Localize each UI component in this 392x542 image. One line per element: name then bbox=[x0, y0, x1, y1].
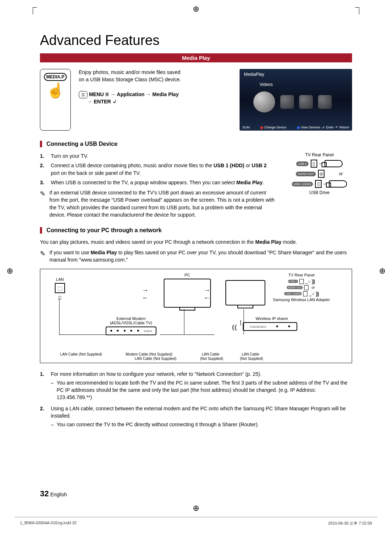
remote-illustration: MEDIA.P ☝ bbox=[40, 69, 71, 131]
pc-intro: You can play pictures, music and videos … bbox=[40, 239, 352, 246]
cable-line bbox=[244, 309, 244, 334]
screenshot-subtitle: Videos bbox=[260, 82, 273, 87]
usb-drive-icon bbox=[324, 160, 343, 167]
audio-port-icon: ◎ bbox=[318, 170, 324, 178]
trim-line bbox=[15, 517, 377, 517]
cable-line bbox=[160, 334, 215, 335]
plug-icon: ⎯⊐ bbox=[305, 279, 310, 284]
usb-note: ✎ If an external USB device connected to… bbox=[40, 189, 276, 218]
crop-mark-icon: ⊕ bbox=[193, 504, 199, 513]
subheading-usb: Connecting a USB Device bbox=[40, 141, 352, 147]
wifi-icon: ))) bbox=[315, 291, 318, 297]
video-reel-icon bbox=[253, 91, 275, 112]
usb-port-icon: ▯ bbox=[315, 180, 322, 188]
photo-icon bbox=[299, 95, 313, 109]
tv-monitor-icon bbox=[225, 280, 265, 305]
plug-icon: ⎍ bbox=[55, 295, 65, 301]
d-badge-icon bbox=[297, 126, 300, 129]
section-heading-bar: Media Play bbox=[40, 53, 352, 62]
menu-path: ☰ MENU Ⅲ → Application → Media Play → EN… bbox=[79, 91, 232, 106]
note-icon: ✎ bbox=[40, 189, 46, 218]
lan-port-icon: ⬚ bbox=[55, 283, 65, 293]
arrow-right-icon: →← bbox=[204, 287, 210, 302]
intro-paragraph: Enjoy photos, music and/or movie files s… bbox=[79, 69, 184, 83]
remote-key-icon: ☰ bbox=[79, 91, 87, 98]
cable-line bbox=[184, 309, 184, 334]
usb-drive-icon bbox=[329, 180, 347, 188]
intro-column: Enjoy photos, music and/or movie files s… bbox=[79, 69, 232, 131]
page-title: Advanced Features bbox=[40, 33, 352, 48]
antenna-icon: | bbox=[240, 319, 241, 326]
music-icon bbox=[280, 95, 294, 109]
settings-icon bbox=[318, 95, 332, 109]
mediaplay-screenshot: MediaPlay Videos SUM Change Device View … bbox=[240, 69, 352, 131]
subheading-pc-network: Connecting to your PC through a network bbox=[40, 227, 352, 234]
network-diagram: LAN ⬚ ⎍ →← PC →← TV Rear Panel USB 2⎯⊐))… bbox=[40, 269, 352, 363]
cable-line bbox=[59, 334, 110, 335]
usb-port-icon: ▯ bbox=[311, 160, 317, 168]
screenshot-title: MediaPlay bbox=[244, 72, 264, 77]
menu-glyph-icon: Ⅲ bbox=[105, 91, 109, 97]
hand-icon: ☝ bbox=[46, 83, 65, 98]
usb-diagram: TV Rear Panel USB 2 ▯ AUDIO OUT ◎ or U bbox=[287, 152, 352, 218]
enter-glyph-icon: ↲ bbox=[113, 99, 117, 104]
arrow-right-icon: →← bbox=[142, 287, 148, 302]
note-icon: ✎ bbox=[40, 249, 46, 264]
wifi-icon: ⦅⦅ bbox=[232, 323, 237, 331]
port-icon bbox=[303, 291, 307, 296]
modem-icon: ▭▭ bbox=[106, 327, 156, 335]
plug-icon: ⎯⊐ bbox=[309, 291, 314, 296]
page-footer: 32 English bbox=[40, 489, 67, 498]
pc-steps-list: 1. For more information on how to config… bbox=[40, 370, 352, 430]
port-icon bbox=[299, 279, 304, 284]
wifi-icon: ))) bbox=[312, 279, 315, 284]
router-icon: ▭▭▭▭ bbox=[243, 322, 297, 331]
cable-line bbox=[59, 298, 60, 334]
mediap-button-label: MEDIA.P bbox=[44, 73, 66, 81]
port-icon bbox=[304, 285, 309, 290]
document-footer: 1_BN68-03004A-01Eng.indd 32 2010-06-30 오… bbox=[0, 521, 392, 526]
sum-icon: SUM bbox=[242, 126, 250, 129]
a-badge-icon bbox=[260, 126, 263, 129]
usb-steps-list: 1. Turn on your TV. 2. Connect a USB dev… bbox=[40, 152, 276, 186]
pc-note: ✎ If you want to use Media Play to play … bbox=[40, 249, 352, 264]
